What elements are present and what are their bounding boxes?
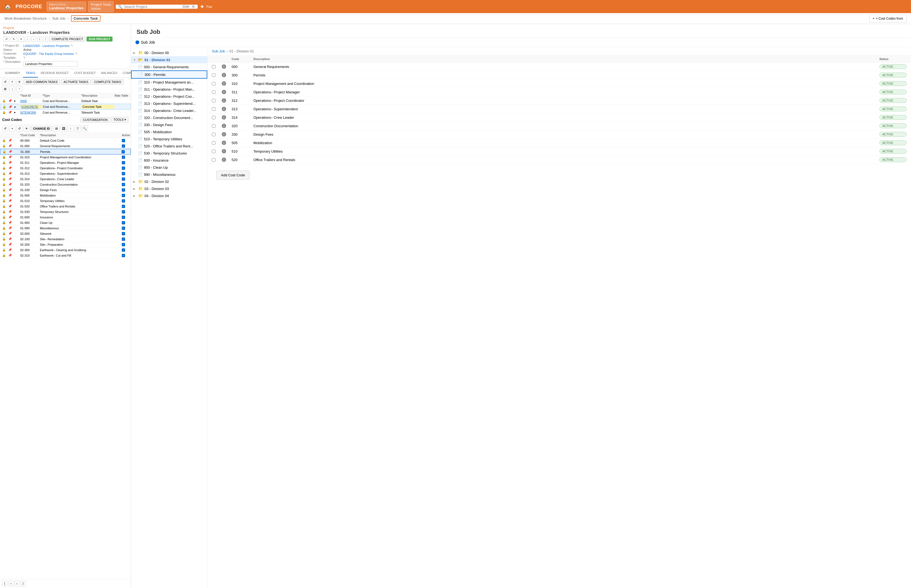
- detail-row-checkbox[interactable]: [212, 150, 215, 153]
- detail-row-checkbox[interactable]: [212, 82, 215, 86]
- table-row[interactable]: i 312 Operations– Project Coordinator AC…: [207, 96, 911, 105]
- tree-item-div01[interactable]: ▼ 📂 01 - Division 01: [131, 56, 207, 63]
- cc-active-check[interactable]: ✓: [122, 216, 125, 219]
- list-item[interactable]: 🔒📌 01-510 Temporary Utilities ✓: [0, 198, 131, 204]
- tab-revenue[interactable]: REVENUE BUDGET: [38, 69, 71, 78]
- list-item[interactable]: 🔒📌 01-314 Operations– Crew Leader ✓: [0, 176, 131, 182]
- task-add-icon[interactable]: +: [9, 79, 15, 85]
- tree-item-310[interactable]: 📄 310 - Project Management an...: [131, 79, 207, 86]
- cc-active-check[interactable]: ✓: [122, 221, 125, 225]
- table-row[interactable]: i 510 Temporary Utilities ACTIVE: [207, 147, 911, 156]
- cc-active-check[interactable]: ✓: [122, 156, 125, 159]
- cc-export-icon[interactable]: ↑: [68, 126, 74, 132]
- detail-row-checkbox[interactable]: [212, 90, 215, 94]
- project-tools-selector[interactable]: Project Tools Admin: [88, 1, 113, 12]
- detail-row-checkbox[interactable]: [212, 141, 215, 145]
- info-icon[interactable]: i: [222, 158, 226, 162]
- cc-active-check[interactable]: ✓: [122, 172, 125, 175]
- task-download-icon[interactable]: ↓: [9, 86, 15, 92]
- list-item[interactable]: 🔒📌 02-300 Earthwork– Clearing and Grubbi…: [0, 247, 131, 253]
- cc-active-check[interactable]: ✓: [122, 232, 125, 235]
- detail-breadcrumb-subjob[interactable]: Sub Job: [212, 49, 225, 53]
- project-id-edit-icon[interactable]: ✎: [71, 44, 73, 47]
- tree-item-312[interactable]: 📄 312 - Operations– Project Coo...: [131, 93, 207, 100]
- customer-edit-icon[interactable]: ✎: [75, 52, 78, 55]
- info-icon[interactable]: i: [222, 73, 226, 77]
- list-item[interactable]: 🔒📌 02-000 Sitework ✓: [0, 231, 131, 236]
- info-icon[interactable]: i: [222, 98, 226, 103]
- tree-item-300[interactable]: 📄 300 - Permits: [131, 70, 207, 79]
- list-item[interactable]: 🔒📌 01-520 Office Trailers and Rentals ✓: [0, 204, 131, 209]
- cc-add-icon[interactable]: +: [9, 126, 15, 132]
- task-id-0000[interactable]: 0000: [20, 99, 42, 103]
- table-row[interactable]: 🔒 📌 ▸ CONCRETE Cost and Revenue... Concr…: [0, 104, 131, 110]
- add-cost-code-button[interactable]: Add Cost Code: [216, 171, 249, 179]
- breadcrumb-wbs[interactable]: Work Breakdown Structure: [4, 16, 47, 21]
- table-row[interactable]: i 505 Mobilization ACTIVE: [207, 139, 911, 147]
- detail-row-checkbox[interactable]: [212, 107, 215, 111]
- cc-active-check[interactable]: ✓: [122, 194, 125, 197]
- table-row[interactable]: i 310 Project Management and Coordinatio…: [207, 79, 911, 88]
- tree-item-530[interactable]: 📄 530 - Temporary Structures: [131, 150, 207, 157]
- list-item[interactable]: 🔒📌 01-300 Permits ✓: [0, 149, 131, 155]
- cc-search-icon[interactable]: 🔍: [82, 126, 88, 132]
- description-input[interactable]: [23, 61, 78, 66]
- detail-row-checkbox[interactable]: [212, 158, 215, 162]
- tree-item-311[interactable]: 📄 311 - Operations– Project Man...: [131, 86, 207, 93]
- favorite-star-icon[interactable]: ★: [200, 3, 204, 10]
- pag-next-button[interactable]: ›: [15, 581, 19, 586]
- list-item[interactable]: 🔒📌 02-100 Site– Remediation ✓: [0, 236, 131, 242]
- breadcrumb-subjob[interactable]: Sub Job: [52, 16, 65, 21]
- tab-commitments[interactable]: COMMITMENTS: [120, 69, 131, 78]
- tree-item-510[interactable]: 📄 510 - Temporary Utilities: [131, 136, 207, 142]
- pag-last-button[interactable]: ⟩: [21, 581, 26, 586]
- list-item[interactable]: 🔒📌 01-312 Operations– Project Coordinato…: [0, 165, 131, 171]
- list-item[interactable]: 🔒📌 02-310 Earthwork– Cut and Fill ✓: [0, 253, 131, 258]
- favorites-label[interactable]: Fav: [206, 5, 212, 9]
- cc-active-check[interactable]: ✓: [122, 139, 125, 142]
- tab-tasks[interactable]: TASKS: [23, 69, 38, 78]
- task-remove-icon[interactable]: ✕: [16, 79, 23, 85]
- detail-row-checkbox[interactable]: [212, 99, 215, 102]
- detail-row-checkbox[interactable]: [212, 124, 215, 128]
- detail-row-checkbox[interactable]: [212, 132, 215, 136]
- tab-summary[interactable]: SUMMARY: [2, 69, 23, 78]
- customization-button[interactable]: CUSTOMIZATION: [81, 117, 110, 123]
- cc-active-check[interactable]: ✓: [122, 161, 125, 164]
- list-item[interactable]: 🔒📌 01-990 Miscellaneous ✓: [0, 226, 131, 231]
- cc-active-check[interactable]: ✓: [122, 249, 125, 252]
- table-row[interactable]: 🔒 📌 ▸ 0000 Cost and Revenue... Default T…: [0, 98, 131, 104]
- info-icon[interactable]: i: [222, 132, 226, 136]
- tree-item-314[interactable]: 📄 314 - Operations– Crew Leader...: [131, 107, 207, 114]
- table-row[interactable]: 🔒 📌 ▸ SITEWORK Cost and Revenue... Sitew…: [0, 110, 131, 115]
- tree-item-000[interactable]: 📄 000 - General Requirements: [131, 63, 207, 70]
- cc-active-check[interactable]: ✓: [122, 237, 125, 241]
- tree-item-320[interactable]: 📄 320 - Construction Document...: [131, 114, 207, 121]
- tree-item-330[interactable]: 📄 330 - Design Fees: [131, 121, 207, 128]
- first-button[interactable]: ⟨: [37, 37, 42, 42]
- list-item[interactable]: 🔒📌 01-311 Operations– Project Manager ✓: [0, 160, 131, 165]
- list-item[interactable]: 🔒📌 00-000 Default Cost Code ✓: [0, 138, 131, 143]
- cc-remove-icon[interactable]: ✕: [23, 126, 29, 132]
- cc-undo-icon[interactable]: ↺: [16, 126, 23, 132]
- run-project-button[interactable]: RUN PROJECT: [87, 37, 113, 42]
- cut-button[interactable]: ✕: [18, 37, 24, 42]
- info-icon[interactable]: i: [222, 149, 226, 153]
- cc-active-check[interactable]: ✓: [122, 144, 125, 148]
- table-row[interactable]: i 520 Office Trailers and Rentals ACTIVE: [207, 156, 911, 164]
- table-row[interactable]: i 311 Operations– Project Manager ACTIVE: [207, 88, 911, 96]
- project-breadcrumb[interactable]: Projects: [3, 26, 128, 29]
- cc-filter-icon[interactable]: ▽: [75, 126, 81, 132]
- task-upload-icon[interactable]: ↑: [16, 86, 23, 92]
- tree-item-900[interactable]: 📄 900 - Clean Up: [131, 164, 207, 171]
- tree-item-div03[interactable]: ▶ 📁 03 - Division 03: [131, 185, 207, 192]
- list-item[interactable]: 🔒📌 01-600 Insurance ✓: [0, 215, 131, 220]
- cc-refresh-icon[interactable]: ↺: [2, 126, 8, 132]
- tree-item-990[interactable]: 📄 990 - Miscellaneous: [131, 171, 207, 178]
- cc-active-check[interactable]: ✓: [122, 199, 125, 202]
- cc-active-check[interactable]: ✓: [122, 166, 125, 170]
- tree-item-div04[interactable]: ▶ 📁 04 - Division 04: [131, 192, 207, 199]
- tree-item-505[interactable]: 📄 505 - Mobilization: [131, 128, 207, 136]
- list-item[interactable]: 🔒📌 01-313 Operations– Superintendent ✓: [0, 171, 131, 176]
- cc-active-check[interactable]: ✓: [122, 254, 125, 257]
